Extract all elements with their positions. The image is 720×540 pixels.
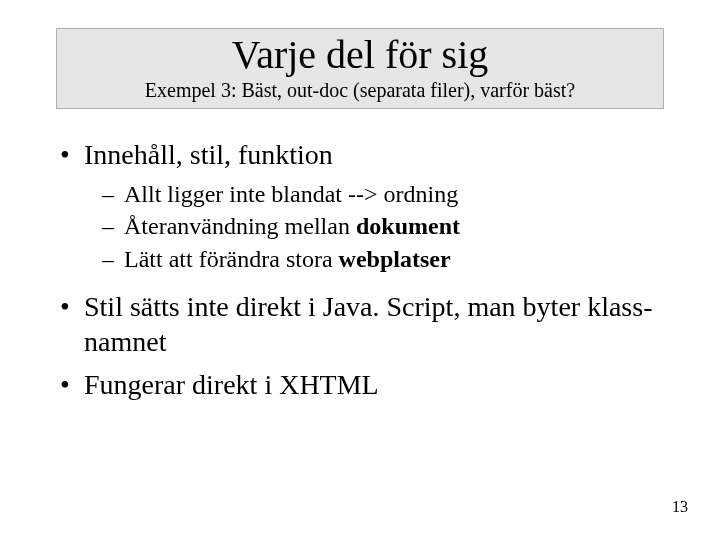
bullet-1-sub-1: Allt ligger inte blandat --> ordning [102, 178, 664, 210]
bullet-1-sub-2: Återanvändning mellan dokument [102, 210, 664, 242]
page-number: 13 [672, 498, 688, 516]
slide-body: Innehåll, stil, funktion Allt ligger int… [56, 137, 664, 402]
slide-title: Varje del för sig [57, 33, 663, 77]
bullet-1-sub-2-pre: Återanvändning mellan [124, 213, 356, 239]
bullet-1-sub-2-bold: dokument [356, 213, 460, 239]
slide-subtitle: Exempel 3: Bäst, out-doc (separata filer… [57, 79, 663, 102]
title-block: Varje del för sig Exempel 3: Bäst, out-d… [56, 28, 664, 109]
bullet-1-sub-3-bold: webplatser [339, 246, 451, 272]
bullet-1-sub-3-pre: Lätt att förändra stora [124, 246, 339, 272]
bullet-1-text: Innehåll, stil, funktion [84, 139, 333, 170]
bullet-1-sub-3: Lätt att förändra stora webplatser [102, 243, 664, 275]
bullet-1: Innehåll, stil, funktion Allt ligger int… [56, 137, 664, 275]
bullet-3: Fungerar direkt i XHTML [56, 367, 664, 402]
bullet-2: Stil sätts inte direkt i Java. Script, m… [56, 289, 664, 359]
